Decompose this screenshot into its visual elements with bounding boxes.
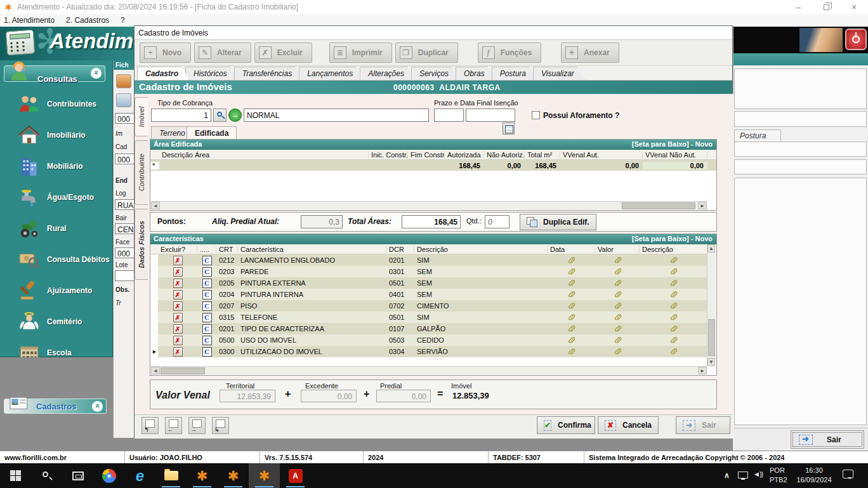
tipo-cobranca-desc-field[interactable]: NORMAL: [244, 109, 429, 122]
delete-row-icon[interactable]: ✗: [173, 347, 183, 357]
c-flag-icon[interactable]: C: [202, 313, 212, 322]
table-row[interactable]: *168,450,00168,450,000,00: [150, 160, 716, 171]
sidebar-item-contribuintes[interactable]: Contribuintes: [0, 88, 113, 119]
sidebar-item-imobiliario[interactable]: Imobiliário: [0, 119, 113, 150]
paperclip-icon[interactable]: [567, 348, 575, 356]
paperclip-icon[interactable]: [567, 302, 575, 310]
fiorilli-app-2-icon[interactable]: ✱: [218, 463, 249, 488]
network-icon[interactable]: [738, 472, 748, 478]
delete-row-icon[interactable]: ✗: [173, 324, 183, 334]
paperclip-icon[interactable]: [567, 313, 575, 322]
duplica-edif-button[interactable]: Duplica Edif.: [520, 214, 596, 230]
paperclip-icon[interactable]: [669, 291, 678, 299]
power-button[interactable]: [845, 29, 867, 50]
confirma-button[interactable]: ✔ Confirma: [537, 416, 595, 434]
sidebar-item-ajuizamento[interactable]: Ajuizamento: [0, 275, 113, 306]
scrollbar-thumb[interactable]: [708, 319, 715, 356]
toolbar-alterar-button[interactable]: ✎Alterar: [194, 43, 251, 63]
language-indicator[interactable]: PORPTB2: [770, 466, 787, 485]
restore-button[interactable]: [812, 2, 840, 12]
chevron-up-icon[interactable]: «: [91, 68, 102, 79]
table-row[interactable]: ►✗C0300UTILIZACAO DO IMOVEL0304SERVIÃO: [150, 346, 707, 357]
paperclip-icon[interactable]: [614, 279, 622, 287]
fiorilli-app-active-icon[interactable]: ✱: [249, 463, 280, 488]
c-flag-icon[interactable]: C: [202, 290, 212, 300]
tab-cadastro[interactable]: Cadastro: [137, 67, 189, 80]
scrollbar-thumb[interactable]: [622, 202, 695, 209]
subtab-edificada[interactable]: Edificada: [187, 126, 237, 139]
postura-tab-partial[interactable]: Postura: [734, 129, 781, 142]
acrobat-taskbar-icon[interactable]: A: [280, 463, 311, 488]
paperclip-icon[interactable]: [567, 279, 575, 287]
toolbar-imprimir-button[interactable]: ≣Imprimir: [329, 43, 392, 63]
qtd-field[interactable]: 0: [485, 215, 510, 228]
c-flag-icon[interactable]: C: [202, 301, 212, 311]
c-flag-icon[interactable]: C: [202, 324, 212, 334]
sidebar-group-cadastros[interactable]: Cadastros «: [4, 399, 107, 414]
scroll-right-icon[interactable]: ►: [698, 202, 707, 209]
paperclip-icon[interactable]: [614, 348, 622, 356]
clock[interactable]: 16:3016/09/2024: [794, 466, 834, 485]
c-flag-icon[interactable]: C: [202, 256, 212, 265]
tab-servicos[interactable]: Serviços: [411, 67, 459, 80]
paperclip-icon[interactable]: [669, 302, 678, 310]
paperclip-icon[interactable]: [614, 302, 622, 310]
paperclip-icon[interactable]: [669, 256, 678, 265]
total-areas-field[interactable]: 168,45: [402, 215, 461, 228]
ie-taskbar-icon[interactable]: e: [124, 463, 155, 488]
data-final-field[interactable]: [466, 109, 515, 122]
sidebar-item-cemiterio[interactable]: Cemitério: [0, 306, 113, 337]
scroll-right-icon[interactable]: ►: [698, 367, 707, 374]
paperclip-icon[interactable]: [669, 336, 678, 345]
prazo-field[interactable]: [434, 109, 464, 122]
paperclip-icon[interactable]: [614, 268, 622, 276]
toolbar-novo-button[interactable]: +Novo: [140, 43, 191, 63]
paperclip-icon[interactable]: [669, 279, 678, 287]
taskbar-search-button[interactable]: [31, 463, 62, 488]
menu-item-[interactable]: ?: [121, 16, 125, 25]
scroll-up-icon[interactable]: ▲: [707, 244, 715, 253]
vertical-scrollbar[interactable]: ▲ ▼: [707, 244, 716, 366]
table-row[interactable]: ✗C0201TIPO DE CARACTERIZAA0107GALPÃO: [150, 323, 707, 334]
toolbar-duplicar-button[interactable]: ❐Duplicar: [395, 43, 458, 63]
task-view-button[interactable]: [62, 463, 93, 488]
cancela-button[interactable]: ✘ Cancela: [598, 416, 659, 434]
tab-lancamentos[interactable]: Lançamentos: [299, 67, 364, 80]
c-flag-icon[interactable]: C: [202, 347, 212, 357]
horizontal-scrollbar[interactable]: ◄ ►: [151, 201, 707, 209]
table-row[interactable]: ✗C0315TELEFONE0501SIM: [150, 312, 707, 323]
table-row[interactable]: ✗C0207PISO0702CIMENTO: [150, 300, 707, 312]
delete-row-icon[interactable]: ✗: [173, 301, 183, 311]
notification-center-icon[interactable]: [843, 470, 853, 478]
explorer-taskbar-icon[interactable]: [155, 463, 187, 488]
paperclip-icon[interactable]: [614, 313, 622, 322]
table-row[interactable]: ✗C0205PINTURA EXTERNA0501SEM: [150, 277, 707, 289]
chevron-down-icon[interactable]: «: [92, 401, 103, 412]
paperclip-icon[interactable]: [614, 291, 622, 299]
aforamento-checkbox[interactable]: [532, 111, 540, 119]
table-row[interactable]: ✗C0204PINTURA INTERNA0401SEM: [150, 289, 707, 300]
side-tab-contribuinte[interactable]: Contribuinte: [135, 140, 148, 205]
paperclip-icon[interactable]: [567, 325, 575, 333]
sidebar-item-agua-esgoto[interactable]: Água/Esgoto: [0, 181, 113, 213]
sidebar-item-consulta-debitos[interactable]: Consulta Débitos: [0, 244, 113, 275]
delete-row-icon[interactable]: ✗: [173, 290, 183, 300]
paperclip-icon[interactable]: [669, 325, 678, 333]
aliq-field[interactable]: 0,3: [301, 215, 343, 228]
tipo-cobranca-code-field[interactable]: 1: [151, 109, 211, 122]
paperclip-icon[interactable]: [614, 336, 622, 345]
paperclip-icon[interactable]: [669, 268, 678, 276]
record-next-button[interactable]: →: [188, 417, 206, 434]
record-last-button[interactable]: ↳: [212, 417, 229, 434]
c-flag-icon[interactable]: C: [202, 279, 212, 288]
toolbar-funcoes-button[interactable]: ƒFunções: [478, 43, 541, 63]
close-button[interactable]: ×: [840, 2, 868, 12]
side-tab-imovel[interactable]: Imóvel: [135, 97, 148, 136]
delete-row-icon[interactable]: ✗: [173, 256, 183, 265]
c-flag-icon[interactable]: C: [202, 267, 212, 277]
c-flag-icon[interactable]: C: [202, 336, 212, 345]
paperclip-icon[interactable]: [669, 348, 678, 356]
tab-historicos[interactable]: Históricos: [185, 67, 238, 80]
tab-alteracoes[interactable]: Alterações: [360, 67, 415, 80]
delete-row-icon[interactable]: ✗: [173, 336, 183, 345]
